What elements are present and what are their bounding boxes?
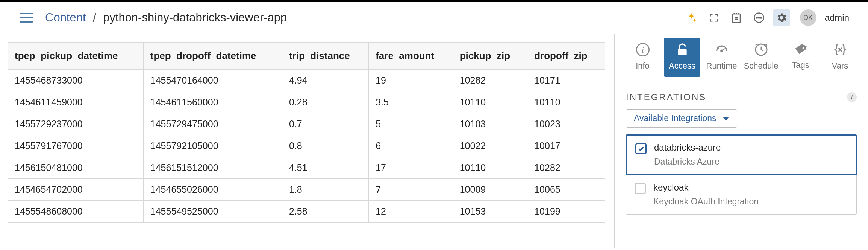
table-cell: 1455791767000 [8,135,144,157]
table-cell: 12 [369,201,453,223]
table-row: 145546873300014554701640004.941910282101… [8,70,605,91]
settings-panel: i Info Access Runtime Schedule Tags V [614,34,868,248]
content-area: tpep_pickup_datetimetpep_dropoff_datetim… [0,34,614,248]
tab-vars[interactable]: Vars [822,38,858,77]
breadcrumb-leaf: python-shiny-databricks-viewer-app [103,11,287,24]
table-cell: 1456150481000 [8,157,144,179]
column-header[interactable]: pickup_zip [453,43,527,70]
table-cell: 10110 [453,91,527,113]
tab-tags[interactable]: Tags [782,38,819,77]
table-cell: 1455729475000 [143,113,282,135]
table-cell: 4.94 [282,70,368,91]
info-icon[interactable]: i [847,92,857,102]
integration-name: keycloak [653,182,759,193]
tab-info[interactable]: i Info [624,38,661,77]
table-cell: 1455792105000 [143,135,282,157]
column-header[interactable]: tpep_pickup_datetime [8,43,144,70]
table-cell: 4.51 [282,157,368,179]
table-cell: 1455470164000 [143,70,282,91]
table-cell: 1454655026000 [143,179,282,201]
tab-info-label: Info [636,61,650,71]
table-cell: 10017 [527,135,605,157]
table-cell: 10103 [453,113,527,135]
table-cell: 0.7 [282,113,368,135]
table-cell: 3.5 [369,91,453,113]
table-cell: 1454654702000 [8,179,144,201]
table-cell: 1.8 [282,179,368,201]
table-cell: 1454611560000 [143,91,282,113]
checkbox-icon[interactable] [635,143,647,154]
table-cell: 10110 [527,91,605,113]
table-cell: 1455549525000 [143,201,282,223]
username-label: admin [825,12,849,23]
settings-icon[interactable] [773,9,790,26]
log-icon[interactable] [728,9,745,26]
table-cell: 10110 [453,157,527,179]
chevron-down-icon [723,117,729,120]
breadcrumb-root[interactable]: Content [45,11,86,24]
column-header[interactable]: trip_distance [282,43,368,70]
svg-rect-9 [682,52,683,54]
tab-schedule-label: Schedule [744,61,779,71]
table-cell: 10065 [527,179,605,201]
more-icon[interactable] [750,9,768,26]
integration-name: databricks-azure [654,142,721,153]
table-row: 145461145900014546115600000.283.51011010… [8,91,605,113]
table-cell: 10282 [453,70,527,91]
menu-icon[interactable] [20,13,33,23]
panel-tabs: i Info Access Runtime Schedule Tags V [615,34,868,79]
tab-tags-label: Tags [792,60,809,70]
breadcrumb: Content / python-shiny-databricks-viewer… [45,11,287,25]
svg-point-4 [760,17,762,18]
dropdown-label: Available Integrations [634,113,717,123]
integrations-header: INTEGRATIONS i [615,79,868,109]
table-cell: 1455729237000 [8,113,144,135]
table-cell: 7 [369,179,453,201]
integration-item[interactable]: databricks-azureDatabricks Azure [626,134,857,175]
avatar[interactable]: DK [800,9,816,26]
table-row: 145572923700014557294750000.751010310023 [8,113,605,135]
svg-text:i: i [641,45,644,55]
tab-access[interactable]: Access [664,38,700,77]
column-header[interactable]: dropoff_zip [527,43,605,70]
table-cell: 5 [369,113,453,135]
table-row: 145554860800014555495250002.581210153101… [8,201,605,223]
table-cell: 10171 [527,70,605,91]
checkbox-icon[interactable] [635,183,646,194]
svg-point-3 [758,17,759,18]
column-header[interactable]: tpep_dropoff_datetime [143,43,282,70]
table-cell: 0.28 [282,91,368,113]
table-cell: 0.8 [282,135,368,157]
table-row: 145615048100014561515120004.511710110102… [8,157,605,179]
integrations-title: INTEGRATIONS [626,92,706,102]
tab-runtime-label: Runtime [706,61,737,71]
svg-rect-0 [733,14,740,23]
data-table: tpep_pickup_datetimetpep_dropoff_datetim… [8,42,605,223]
table-cell: 10282 [527,157,605,179]
column-header[interactable]: fare_amount [369,43,453,70]
table-cell: 1455548608000 [8,201,144,223]
table-cell: 10023 [527,113,605,135]
table-cell: 17 [369,157,453,179]
tab-access-label: Access [669,61,695,71]
table-cell: 1456151512000 [143,157,282,179]
svg-point-10 [721,50,723,52]
table-cell: 10199 [527,201,605,223]
topbar-actions: DK admin [683,9,857,26]
table-row: 145579176700014557921050000.861002210017 [8,135,605,157]
integration-description: Keycloak OAuth Integration [653,197,759,207]
available-integrations-dropdown[interactable]: Available Integrations [626,109,737,128]
table-cell: 19 [369,70,453,91]
table-row: 145465470200014546550260001.871000910065 [8,179,605,201]
tab-schedule[interactable]: Schedule [743,38,779,77]
table-cell: 10009 [453,179,527,201]
expand-icon[interactable] [705,9,723,26]
integration-item[interactable]: keycloakKeycloak OAuth Integration [626,175,856,214]
integration-description: Databricks Azure [654,157,721,167]
tab-runtime[interactable]: Runtime [703,38,740,77]
sparkle-icon[interactable] [683,9,700,26]
tab-vars-label: Vars [832,61,848,71]
svg-point-2 [756,17,757,18]
table-cell: 10022 [453,135,527,157]
table-cell: 1455468733000 [8,70,144,91]
